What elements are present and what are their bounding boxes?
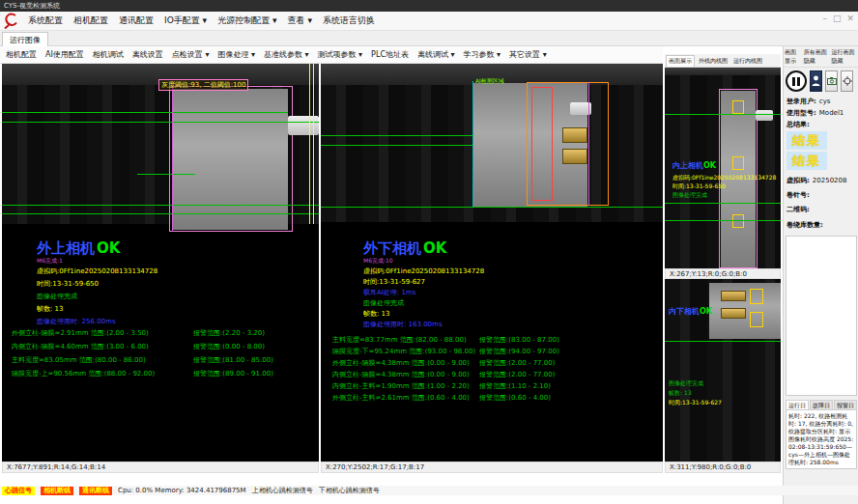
heartbeat-signal-badge: 心跳信号: [2, 487, 35, 495]
tab-bundle: [721, 291, 746, 301]
time-line: 时间:13-31-59-627: [669, 399, 722, 407]
comm-disconnected-badge: 通讯断线: [79, 487, 112, 495]
toolbar-test-params[interactable]: 测试项参数 ▾: [318, 49, 363, 60]
measurement-row: 外侧立柱-隔膜=2.91mm 范围:(2.00 - 3.50): [12, 328, 149, 338]
toolbar-other-settings[interactable]: 其它设置 ▾: [509, 49, 547, 60]
alarm-range: 报警范围:(81.00 - 85.00): [193, 355, 273, 365]
tab-run-inner-lines[interactable]: 运行内线图: [731, 56, 764, 67]
result-badge-upper: 结果: [786, 131, 827, 150]
alarm-range: 报警范围:(2.00 - 77.00): [479, 358, 555, 368]
measure-line: [321, 145, 473, 146]
toolbar-plc-address-table[interactable]: PLC地址表: [371, 49, 409, 60]
camera-view-outer-upper[interactable]: 灰度阈值:93, 二值阈值:100 外上相机OK M6完成:1 虚拟码:0Ff1…: [2, 64, 319, 462]
model-label: 使用型号:: [786, 108, 816, 118]
toolbar-spotcheck-settings[interactable]: 点检设置 ▾: [172, 49, 210, 60]
measure-line: [2, 112, 288, 113]
toolbar-baseline-params[interactable]: 基准线参数 ▾: [264, 49, 309, 60]
measurement-row: 内侧立柱-主料=1.90mm 范围:(1.00 - 2.20): [332, 381, 470, 391]
window-title: CYS-视觉检测系统: [4, 2, 60, 10]
toolbar-camera-config[interactable]: 相机配置: [6, 49, 37, 60]
login-user-label: 登录用户:: [786, 97, 816, 106]
toolbar-image-processing[interactable]: 图像处理 ▾: [217, 49, 255, 60]
toolbar-offline-debug[interactable]: 离线调试 ▾: [417, 49, 455, 60]
menu-item-view[interactable]: 查看 ▾: [288, 14, 312, 27]
menu-item-system-config[interactable]: 系统配置: [28, 14, 63, 27]
feature-box-yellow: [750, 289, 763, 304]
panel-buttons: [784, 68, 858, 95]
tab-hide-all-screens[interactable]: 所有画面隐藏: [804, 48, 830, 66]
qr-code-label: 二维码:: [786, 205, 810, 214]
lower-camera-heartbeat-text: 下相机心跳检测信号: [319, 486, 380, 495]
camera-view-inner-upper[interactable]: 内上相机OK 虚拟码:0Ff1ine20250208133134728 时间:1…: [665, 68, 781, 268]
process-done-line: 图像处理完成: [669, 379, 703, 388]
toolbar-learning-params[interactable]: 学习参数 ▾: [464, 49, 501, 60]
camera-result-title: 外上相机OK: [37, 239, 120, 258]
time-line: 时间:13-31-59-627: [363, 277, 425, 287]
alarm-range: 报警范围:(94.00 - 97.00): [479, 347, 559, 356]
menu-item-language-switch[interactable]: 系统语言切换: [323, 14, 375, 27]
app-logo-icon: [4, 13, 17, 29]
crosshair-icon: [843, 76, 852, 86]
measurement-row: 主料宽度=83.05mm 范围:(80.00 - 86.00): [12, 355, 146, 365]
tab-hide-run-screens[interactable]: 运行画面隐藏: [831, 48, 857, 66]
menu-item-comm-config[interactable]: 通讯配置: [119, 14, 154, 27]
time-line: 时间:13-31-59-650: [672, 182, 726, 191]
total-result-label: 总结果:: [786, 120, 810, 129]
frame-count-line: 帧数: 13: [669, 389, 692, 398]
edge-line-teal: [472, 81, 473, 207]
measurement-row: 隔膜宽度-下=95.24mm 范围:(93.00 - 98.00): [332, 347, 475, 356]
crosshair-tool-button[interactable]: [841, 70, 853, 92]
measure-line: [665, 114, 781, 115]
camera-view-inner-lower[interactable]: 内下相机OK 图像处理完成 帧数: 13 时间:13-31-59-627: [665, 279, 781, 462]
camera-view-outer-lower[interactable]: AI检测区域 外下相机OK M6完成:10 虚拟码:0Ff1ine2025020…: [321, 64, 663, 462]
measure-line: [665, 220, 781, 221]
minimize-icon[interactable]: –: [822, 14, 827, 23]
feature-box-yellow: [732, 100, 744, 114]
tab-outer-inner-lines[interactable]: 外线内线图: [697, 56, 729, 67]
tab-run-image[interactable]: 运行图像: [2, 32, 48, 46]
maximize-icon[interactable]: □: [833, 14, 842, 23]
close-icon[interactable]: ✕: [846, 14, 854, 23]
camera-name: 外上相机: [37, 239, 95, 257]
menu-bar: 系统配置 相机配置 通讯配置 IO手配置 ▾ 光源控制配置 ▾ 查看 ▾ 系统语…: [0, 12, 858, 31]
roi-box-pink: [169, 86, 293, 232]
camera-disconnected-badge: 相机断线: [41, 487, 73, 495]
measure-line: [321, 135, 473, 136]
process-done-line: 图像处理完成: [363, 298, 404, 308]
log-text-area[interactable]: 耗时: 222, 纹路检测耗时: 17, 纹路分离耗时: 0, 纹路提取分区耗时…: [786, 409, 857, 469]
measurement-row: 外侧立柱-主料=2.61mm 范围:(0.60 - 4.00): [332, 393, 470, 403]
toolbar-offline-settings[interactable]: 离线设置: [132, 49, 163, 60]
panel-list-area[interactable]: [786, 236, 857, 396]
menu-item-light-control[interactable]: 光源控制配置 ▾: [217, 14, 276, 27]
frame-count-line: 帧数: 13: [37, 304, 64, 314]
user-login-button[interactable]: [810, 70, 822, 92]
alarm-range: 报警范围:(2.00 - 77.00): [479, 370, 555, 379]
elapsed-line: 图像处理用时: 163.00ms: [363, 320, 443, 329]
camera-image-outer-lower[interactable]: [321, 64, 663, 222]
tab-screen-display[interactable]: 画面显示: [785, 48, 802, 66]
threshold-label: 灰度阈值:93, 二值阈值:100: [158, 79, 248, 91]
pause-button[interactable]: [786, 70, 807, 92]
ai-elapsed-line: 极耳AI处理: 1ms: [363, 288, 415, 297]
toolbar: 相机配置 AI使用配置 相机调试 离线设置 点检设置 ▾ 图像处理 ▾ 基准线参…: [0, 46, 663, 64]
tab-display[interactable]: 画面展示: [666, 55, 695, 67]
alarm-range: 报警范围:(2.20 - 3.20): [193, 328, 265, 338]
feature-box-yellow: [732, 214, 744, 228]
user-icon: [812, 75, 820, 87]
menu-item-io-config[interactable]: IO手配置 ▾: [164, 14, 207, 27]
app-window: CYS-视觉检测系统 系统配置 相机配置 通讯配置 IO手配置 ▾ 光源控制配置…: [0, 0, 858, 504]
virtual-code-value: 20250208: [813, 177, 847, 184]
page-tab-strip: 运行图像: [0, 31, 858, 46]
status-ok: OK: [97, 239, 120, 257]
toolbar-camera-debug[interactable]: 相机调试: [93, 49, 124, 60]
panel-header-tabs: 画面显示 所有画面隐藏 运行画面隐藏: [784, 46, 858, 68]
camera-snapshot-button[interactable]: [825, 70, 838, 92]
status-bar: 心跳信号 相机断线 通讯断线 Cpu: 0.0% Memory: 3424.41…: [0, 486, 858, 495]
measure-line: [2, 213, 319, 214]
menu-item-camera-config[interactable]: 相机配置: [73, 14, 108, 27]
status-ok: OK: [423, 239, 446, 257]
camera-result-title: 外下相机OK: [363, 239, 446, 258]
pixel-coords-outer-upper: X:7677;Y:891;R:14;G:14;B:14: [2, 462, 319, 473]
toolbar-ai-use-config[interactable]: AI使用配置: [45, 49, 84, 60]
machine-band: [665, 68, 781, 75]
